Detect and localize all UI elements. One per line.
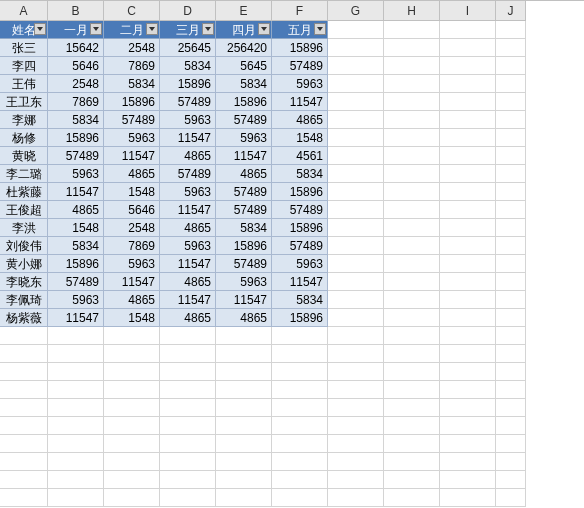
empty-cell[interactable] <box>104 381 160 399</box>
value-cell[interactable]: 2548 <box>104 39 160 57</box>
empty-cell[interactable] <box>328 21 384 39</box>
empty-cell[interactable] <box>48 489 104 507</box>
value-cell[interactable]: 4561 <box>272 147 328 165</box>
empty-cell[interactable] <box>384 237 440 255</box>
empty-cell[interactable] <box>328 93 384 111</box>
name-cell[interactable]: 刘俊伟 <box>0 237 48 255</box>
empty-cell[interactable] <box>384 417 440 435</box>
value-cell[interactable]: 57489 <box>48 147 104 165</box>
col-header-i[interactable]: I <box>440 1 496 21</box>
value-cell[interactable]: 11547 <box>160 255 216 273</box>
col-header-g[interactable]: G <box>328 1 384 21</box>
value-cell[interactable]: 4865 <box>160 147 216 165</box>
empty-cell[interactable] <box>440 489 496 507</box>
value-cell[interactable]: 57489 <box>216 201 272 219</box>
empty-cell[interactable] <box>216 489 272 507</box>
value-cell[interactable]: 4865 <box>160 273 216 291</box>
value-cell[interactable]: 5963 <box>216 273 272 291</box>
empty-cell[interactable] <box>496 219 526 237</box>
filter-dropdown-icon[interactable] <box>258 23 270 35</box>
name-cell[interactable]: 李娜 <box>0 111 48 129</box>
empty-cell[interactable] <box>160 327 216 345</box>
empty-cell[interactable] <box>216 453 272 471</box>
empty-cell[interactable] <box>104 489 160 507</box>
value-cell[interactable]: 2548 <box>48 75 104 93</box>
empty-cell[interactable] <box>496 471 526 489</box>
empty-cell[interactable] <box>496 201 526 219</box>
value-cell[interactable]: 5963 <box>104 129 160 147</box>
name-cell[interactable]: 杨紫薇 <box>0 309 48 327</box>
empty-cell[interactable] <box>384 471 440 489</box>
empty-cell[interactable] <box>160 471 216 489</box>
empty-cell[interactable] <box>440 21 496 39</box>
empty-cell[interactable] <box>384 327 440 345</box>
value-cell[interactable]: 5963 <box>160 237 216 255</box>
empty-cell[interactable] <box>272 489 328 507</box>
empty-cell[interactable] <box>440 399 496 417</box>
empty-cell[interactable] <box>48 327 104 345</box>
empty-cell[interactable] <box>272 381 328 399</box>
empty-cell[interactable] <box>0 435 48 453</box>
value-cell[interactable]: 15896 <box>216 93 272 111</box>
empty-cell[interactable] <box>328 309 384 327</box>
empty-cell[interactable] <box>384 93 440 111</box>
value-cell[interactable]: 15642 <box>48 39 104 57</box>
value-cell[interactable]: 15896 <box>48 129 104 147</box>
table-header[interactable]: 三月 <box>160 21 216 39</box>
empty-cell[interactable] <box>496 93 526 111</box>
empty-cell[interactable] <box>160 345 216 363</box>
value-cell[interactable]: 5646 <box>104 201 160 219</box>
value-cell[interactable]: 11547 <box>104 273 160 291</box>
empty-cell[interactable] <box>440 471 496 489</box>
value-cell[interactable]: 5834 <box>104 75 160 93</box>
value-cell[interactable]: 5963 <box>48 291 104 309</box>
value-cell[interactable]: 57489 <box>272 237 328 255</box>
table-header[interactable]: 二月 <box>104 21 160 39</box>
empty-cell[interactable] <box>440 183 496 201</box>
empty-cell[interactable] <box>384 21 440 39</box>
empty-cell[interactable] <box>496 147 526 165</box>
empty-cell[interactable] <box>328 165 384 183</box>
empty-cell[interactable] <box>328 345 384 363</box>
value-cell[interactable]: 256420 <box>216 39 272 57</box>
empty-cell[interactable] <box>48 345 104 363</box>
col-header-d[interactable]: D <box>160 1 216 21</box>
empty-cell[interactable] <box>328 39 384 57</box>
empty-cell[interactable] <box>496 453 526 471</box>
empty-cell[interactable] <box>384 345 440 363</box>
value-cell[interactable]: 1548 <box>104 183 160 201</box>
empty-cell[interactable] <box>496 57 526 75</box>
name-cell[interactable]: 杜紫藤 <box>0 183 48 201</box>
empty-cell[interactable] <box>496 381 526 399</box>
col-header-a[interactable]: A <box>0 1 48 21</box>
value-cell[interactable]: 11547 <box>48 183 104 201</box>
empty-cell[interactable] <box>384 183 440 201</box>
value-cell[interactable]: 11547 <box>272 273 328 291</box>
empty-cell[interactable] <box>384 399 440 417</box>
value-cell[interactable]: 7869 <box>104 237 160 255</box>
name-cell[interactable]: 王卫东 <box>0 93 48 111</box>
empty-cell[interactable] <box>160 489 216 507</box>
value-cell[interactable]: 11547 <box>272 93 328 111</box>
value-cell[interactable]: 4865 <box>160 219 216 237</box>
value-cell[interactable]: 57489 <box>160 93 216 111</box>
empty-cell[interactable] <box>216 363 272 381</box>
empty-cell[interactable] <box>272 417 328 435</box>
empty-cell[interactable] <box>384 489 440 507</box>
empty-cell[interactable] <box>48 453 104 471</box>
value-cell[interactable]: 5963 <box>272 75 328 93</box>
empty-cell[interactable] <box>440 39 496 57</box>
empty-cell[interactable] <box>104 345 160 363</box>
empty-cell[interactable] <box>328 219 384 237</box>
value-cell[interactable]: 1548 <box>48 219 104 237</box>
value-cell[interactable]: 5834 <box>216 219 272 237</box>
value-cell[interactable]: 5834 <box>48 111 104 129</box>
empty-cell[interactable] <box>160 453 216 471</box>
name-cell[interactable]: 杨修 <box>0 129 48 147</box>
empty-cell[interactable] <box>48 399 104 417</box>
value-cell[interactable]: 4865 <box>104 291 160 309</box>
empty-cell[interactable] <box>496 111 526 129</box>
empty-cell[interactable] <box>216 471 272 489</box>
empty-cell[interactable] <box>440 219 496 237</box>
name-cell[interactable]: 李二璐 <box>0 165 48 183</box>
